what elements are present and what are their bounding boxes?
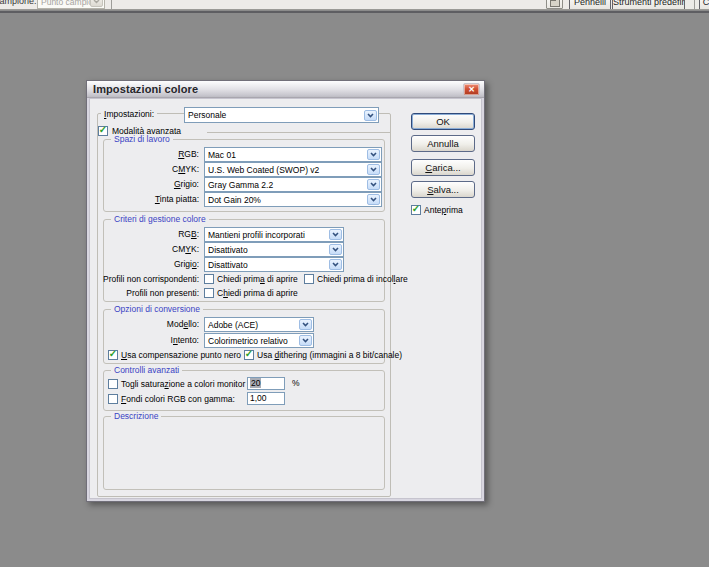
color-settings-dialog: Impostazioni colore ✕ Impostazioni: Pers… [86,80,485,502]
ask-when-pasting-checkbox[interactable]: ✓ [304,274,314,284]
missing-ask-when-opening-checkbox[interactable]: ✓ [204,288,214,298]
check-icon: ✓ [109,349,117,359]
ask-when-opening-label[interactable]: Chiedi prima di aprire [217,274,298,285]
dropdown-arrow-icon [329,229,342,240]
gray-workspace-select[interactable]: Gray Gamma 2.2 [204,177,382,192]
black-point-label[interactable]: Usa compensazione punto nero [121,350,241,361]
dropdown-arrow-icon [329,259,342,270]
description-title: Descrizione [111,411,161,421]
dropdown-arrow-icon [299,335,312,346]
policy-cmyk-label: CMYK: [172,242,199,257]
palette-well-file-icon[interactable] [546,0,563,9]
options-bar: Campione: Punto campione Pennelli Strume… [0,0,709,10]
load-button[interactable]: Carica... [411,159,475,176]
blend-gamma-label[interactable]: Fondi colori RGB con gamma: [121,394,235,405]
cancel-button[interactable]: Annulla [411,135,475,152]
conversion-options-title: Opzioni di conversione [111,304,203,314]
dropdown-arrow-icon [299,319,312,330]
toolbar-separator [111,0,112,10]
check-icon: ✓ [412,204,420,214]
toolbar-separator [694,0,695,10]
engine-label: Modello: [167,317,199,332]
rgb-label: RGB: [178,147,199,162]
tab-pennelli[interactable]: Pennelli [569,0,611,10]
close-icon: ✕ [468,86,475,94]
dither-checkbox[interactable]: ✓ [244,350,254,360]
working-spaces-title: Spazi di lavoro [111,134,173,144]
check-icon: ✓ [245,349,253,359]
engine-select[interactable]: Adobe (ACE) [204,317,314,332]
advanced-controls-title: Controlli avanzati [111,365,182,375]
black-point-checkbox[interactable]: ✓ [108,350,118,360]
working-spaces-group: Spazi di lavoro RGB: Mac 01 CMYK: U.S. W… [103,139,385,212]
dialog-titlebar[interactable]: Impostazioni colore ✕ [87,81,484,98]
dropdown-arrow-icon [364,110,377,121]
cmyk-label: CMYK: [172,162,199,177]
toolbar-divider [0,11,709,13]
sample-size-select[interactable]: Punto campione [37,0,105,9]
ask-when-pasting-label[interactable]: Chiedi prima di incollare [317,274,408,285]
percent-label: % [292,377,300,390]
blend-gamma-value-field[interactable]: 1,00 [247,392,285,405]
save-button[interactable]: Salva... [411,181,475,198]
advanced-mode-frame-line [207,132,390,133]
dialog-body: Impostazioni: Personale ✓ Modalità avanz… [89,98,482,499]
color-policies-group: Criteri di gestione colore RGB: Mantieni… [103,219,385,302]
blend-gamma-checkbox[interactable]: ✓ [108,394,118,404]
dropdown-arrow-icon [367,179,380,190]
check-icon: ✓ [99,125,107,135]
dropdown-arrow-icon [367,164,380,175]
color-policies-title: Criteri di gestione colore [111,214,209,224]
advanced-mode-checkbox[interactable]: ✓ [98,126,108,136]
desaturate-value-field[interactable]: 20 [247,377,285,390]
policy-cmyk-select[interactable]: Disattivato [204,242,344,257]
policy-gray-select[interactable]: Disattivato [204,257,344,272]
desaturate-label[interactable]: Togli saturazione a colori monitor di: [121,379,257,390]
profile-mismatch-label: Profili non corrispondenti: [103,273,199,285]
spot-label: Tinta piatta: [155,192,199,207]
dropdown-arrow-icon [367,149,380,160]
missing-profiles-label: Profili non presenti: [126,287,199,299]
conversion-options-group: Opzioni di conversione Modello: Adobe (A… [103,309,385,364]
dialog-title: Impostazioni colore [93,83,198,95]
close-button[interactable]: ✕ [463,83,480,96]
gray-label: Grigio: [174,177,199,192]
dropdown-arrow-icon [329,244,342,255]
spot-workspace-select[interactable]: Dot Gain 20% [204,192,382,207]
policy-rgb-label: RGB: [178,227,199,242]
policy-rgb-select[interactable]: Mantieni profili incorporati [204,227,344,242]
policy-gray-label: Grigio: [174,257,199,272]
advanced-controls-group: Controlli avanzati ✓ Togli saturazione a… [103,370,385,411]
preview-label[interactable]: Anteprima [424,205,463,216]
rgb-workspace-select[interactable]: Mac 01 [204,147,382,162]
tab-strumenti-predefiniti[interactable]: Strumenti predefiniti [612,0,685,10]
settings-preset-select[interactable]: Personale [184,107,379,123]
dither-label[interactable]: Usa dithering (immagini a 8 bit/canale) [257,350,402,361]
ask-when-opening-checkbox[interactable]: ✓ [204,274,214,284]
intent-select[interactable]: Colorimetrico relativo [204,333,314,348]
settings-preset-label: Impostazioni: [101,109,157,119]
intent-label: Intento: [171,333,199,348]
dropdown-arrow-icon [90,0,103,7]
preview-checkbox[interactable]: ✓ [411,205,421,215]
tab-partial[interactable]: C [699,0,709,10]
cmyk-workspace-select[interactable]: U.S. Web Coated (SWOP) v2 [204,162,382,177]
sample-size-label: Campione: [0,0,37,6]
photoshop-workspace: Campione: Punto campione Pennelli Strume… [0,0,709,567]
desaturate-checkbox[interactable]: ✓ [108,379,118,389]
description-group: Descrizione [103,416,385,490]
missing-ask-when-opening-label[interactable]: Chiedi prima di aprire [217,288,298,299]
ok-button[interactable]: OK [411,113,475,130]
dropdown-arrow-icon [367,194,380,205]
